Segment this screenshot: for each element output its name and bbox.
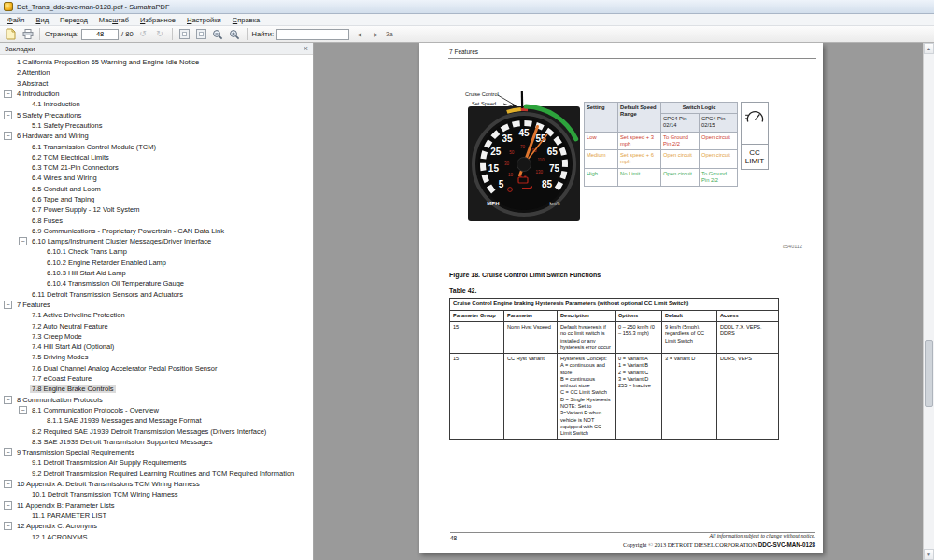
menu-zoom[interactable]: Масштаб [93,15,134,25]
bookmark-item[interactable]: 8.2 Required SAE J1939 Detroit Transmiss… [0,426,313,436]
bookmark-item[interactable]: −4 Introduction [0,89,313,99]
zoom-out-button[interactable] [211,28,225,41]
bookmark-item[interactable]: 8.3 SAE J1939 Detroit Transmission Suppo… [0,437,313,447]
bookmark-item[interactable]: 4.1 Introduction [0,99,313,109]
collapse-icon[interactable]: − [19,406,27,414]
bookmark-item[interactable]: 3 Abstract [0,78,313,89]
bookmark-item[interactable]: −8.1 Communication Protocols - Overview [0,405,313,415]
fit-page-button[interactable] [194,28,208,41]
bookmark-item[interactable]: 5.1 Safety Precautions [0,120,313,131]
open-file-button[interactable] [4,28,18,41]
bookmark-item[interactable]: 6.7 Power Supply - 12 Volt System [0,204,313,215]
bookmark-item[interactable]: −5 Safety Precautions [0,109,313,119]
bookmark-item[interactable]: 7.1 Active Driveline Protection [0,310,313,320]
nav-forward-button[interactable]: ↻ [153,28,167,41]
nav-back-button[interactable]: ↺ [136,28,150,41]
bookmark-item[interactable]: −6 Hardware and Wiring [0,131,313,141]
collapse-icon[interactable]: − [4,396,12,404]
table-row: 15 CC Hyst Variant Hysteresis Concept: A… [450,354,779,440]
bookmark-item[interactable]: 6.2 TCM Electrical Limits [0,152,313,162]
bookmark-label: 7.5 Driving Modes [30,353,90,361]
gauge-mph-label: 85 [542,179,553,189]
gauge-mph-label: 35 [502,133,513,144]
bookmark-item[interactable]: 6.1 Transmission Control Module (TCM) [0,141,313,151]
collapse-icon[interactable]: − [4,111,12,119]
bookmark-label: 7.3 Creep Mode [30,332,84,341]
bookmark-item[interactable]: −10 Appendix A: Detroit Transmissions TC… [0,479,313,489]
bookmark-item[interactable]: 1 California Proposition 65 Warning and … [0,57,313,67]
bookmark-label: 8.1.1 SAE J1939 Messages and Message For… [45,416,204,425]
gauge-mph-label: 15 [488,163,500,174]
cell: 0 = Variant A 1 = Variant B 2 = Variant … [616,354,662,440]
fit-width-button[interactable] [177,28,191,41]
collapse-icon[interactable]: − [19,237,27,245]
bookmark-item[interactable]: 6.11 Detroit Transmission Sensors and Ac… [0,289,313,300]
menu-settings[interactable]: Настройки [181,15,227,25]
bookmark-item[interactable]: 6.3 TCM 21-Pin Connectors [0,162,313,173]
menu-help[interactable]: Справка [227,15,265,25]
bookmark-item[interactable]: −7 Features [0,300,313,310]
menu-favorites[interactable]: Избранное [134,15,181,25]
menu-goto[interactable]: Переход [54,15,93,25]
collapse-icon[interactable]: − [4,501,12,510]
footer-notice: All information subject to change withou… [709,533,815,539]
print-button[interactable] [21,28,35,41]
find-next-icon: ▶ [374,32,378,37]
collapse-icon[interactable]: − [4,90,12,98]
bookmark-item[interactable]: 7.7 eCoast Feature [0,373,313,384]
menu-file[interactable]: Файл [2,15,30,25]
bookmark-item[interactable]: −11 Appendix B: Parameter Lists [0,499,313,510]
collapse-icon[interactable]: − [4,522,12,530]
bookmark-label: 8 Communication Protocols [15,396,105,404]
collapse-icon[interactable]: − [4,448,12,456]
bookmark-item[interactable]: 7.3 Creep Mode [0,331,313,342]
bookmark-item[interactable]: −12 Appendix C: Acronyms [0,521,313,531]
bookmark-item[interactable]: 12.1 ACRONYMS [0,531,313,541]
page-label: Страница: [45,30,78,38]
find-input[interactable] [276,29,349,40]
page-number-input[interactable] [81,29,119,40]
gauge-kmh-label: 130 [536,170,544,175]
close-icon[interactable]: × [304,45,308,53]
bookmark-item[interactable]: 6.10.3 Hill Start Aid Lamp [0,268,313,278]
scroll-up-button[interactable]: ▲ [924,43,934,54]
bookmark-item[interactable]: 10.1 Detroit Transmission TCM Wiring Har… [0,489,313,499]
find-next-button[interactable]: ▶ [369,28,383,41]
bookmark-item[interactable]: 7.6 Dual Channel Analog Accelerator Peda… [0,363,313,373]
find-prev-button[interactable]: ◀ [352,28,366,41]
gauge-unit-kmh: km/h [550,201,560,206]
bookmark-item[interactable]: 6.8 Fuses [0,215,313,225]
bookmark-item[interactable]: 2 Attention [0,67,313,77]
bookmark-item[interactable]: 9.1 Detroit Transmission Air Supply Requ… [0,457,313,468]
bookmark-item[interactable]: 6.10.1 Check Trans Lamp [0,246,313,257]
bookmarks-header: Закладки × [0,43,313,55]
bookmark-item[interactable]: 7.8 Engine Brake Controls [0,384,313,394]
vertical-scrollbar[interactable]: ▲ ▼ [923,43,934,560]
bookmark-item[interactable]: −9 Transmission Special Requirements [0,447,313,457]
cell-pin1: Open circuit [661,168,700,186]
bookmark-item[interactable]: 8.1.1 SAE J1939 Messages and Message For… [0,415,313,426]
cell: DDRS, VEPS [717,354,779,440]
bookmark-label: 4 Introduction [15,90,61,98]
menu-view[interactable]: Вид [30,15,54,25]
bookmark-item[interactable]: 7.5 Driving Modes [0,352,313,362]
bookmark-label: 9.1 Detroit Transmission Air Supply Requ… [30,458,189,467]
bookmark-item[interactable]: 7.2 Auto Neutral Feature [0,320,313,330]
bookmark-item[interactable]: 6.9 Communications - Proprietary Powertr… [0,226,313,236]
bookmark-item[interactable]: 6.10.4 Transmission Oil Temperature Gaug… [0,278,313,288]
collapse-icon[interactable]: − [4,480,12,488]
zoom-in-button[interactable] [228,28,242,41]
bookmark-item[interactable]: 6.4 Wires and Wiring [0,173,313,183]
scroll-down-button[interactable]: ▼ [924,549,934,560]
bookmark-item[interactable]: 9.2 Detroit Transmission Required Learni… [0,469,313,479]
bookmark-item[interactable]: 6.10.2 Engine Retarder Enabled Lamp [0,258,313,268]
bookmark-item[interactable]: −6.10 Lamps/Instrument Cluster Messages/… [0,236,313,246]
bookmark-item[interactable]: 6.5 Conduit and Loom [0,184,313,194]
scrollbar-thumb[interactable] [925,340,933,407]
bookmark-item[interactable]: 6.6 Tape and Taping [0,194,313,204]
collapse-icon[interactable]: − [4,301,12,309]
bookmark-item[interactable]: −8 Communication Protocols [0,395,313,405]
collapse-icon[interactable]: − [4,132,12,140]
bookmark-item[interactable]: 11.1 PARAMETER LIST [0,511,313,521]
bookmark-item[interactable]: 7.4 Hill Start Aid (Optional) [0,342,313,352]
